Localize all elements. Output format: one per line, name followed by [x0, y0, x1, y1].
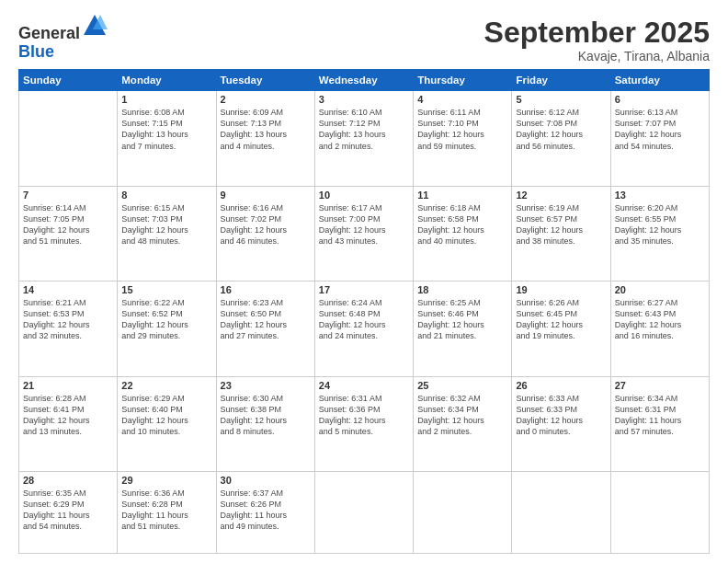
day-cell: 7Sunrise: 6:14 AMSunset: 7:05 PMDaylight… — [19, 186, 118, 281]
day-cell: 17Sunrise: 6:24 AMSunset: 6:48 PMDayligh… — [314, 282, 413, 376]
day-number: 9 — [221, 190, 311, 201]
logo-general-text: General — [18, 24, 80, 42]
day-cell: 25Sunrise: 6:32 AMSunset: 6:34 PMDayligh… — [414, 376, 512, 471]
month-title: September 2025 — [484, 17, 710, 49]
day-info: Sunrise: 6:22 AMSunset: 6:52 PMDaylight:… — [121, 297, 211, 342]
day-info: Sunrise: 6:08 AMSunset: 7:15 PMDaylight:… — [121, 107, 211, 152]
day-info: Sunrise: 6:15 AMSunset: 7:03 PMDaylight:… — [121, 202, 211, 247]
day-info: Sunrise: 6:30 AMSunset: 6:38 PMDaylight:… — [221, 393, 311, 438]
week-row-2: 14Sunrise: 6:21 AMSunset: 6:53 PMDayligh… — [19, 282, 710, 376]
day-cell — [512, 471, 610, 553]
day-info: Sunrise: 6:21 AMSunset: 6:53 PMDaylight:… — [23, 297, 113, 342]
day-number: 21 — [23, 380, 113, 391]
day-cell: 2Sunrise: 6:09 AMSunset: 7:13 PMDaylight… — [216, 91, 314, 186]
day-number: 14 — [23, 284, 113, 295]
day-info: Sunrise: 6:31 AMSunset: 6:36 PMDaylight:… — [319, 393, 409, 438]
day-cell: 18Sunrise: 6:25 AMSunset: 6:46 PMDayligh… — [414, 282, 512, 376]
day-number: 6 — [615, 94, 705, 105]
day-number: 5 — [516, 94, 606, 105]
day-info: Sunrise: 6:35 AMSunset: 6:29 PMDaylight:… — [23, 488, 113, 533]
day-info: Sunrise: 6:23 AMSunset: 6:50 PMDaylight:… — [221, 297, 311, 342]
day-number: 11 — [417, 190, 507, 201]
day-info: Sunrise: 6:13 AMSunset: 7:07 PMDaylight:… — [615, 107, 705, 152]
day-number: 22 — [121, 380, 211, 391]
day-info: Sunrise: 6:19 AMSunset: 6:57 PMDaylight:… — [516, 202, 606, 247]
day-cell: 29Sunrise: 6:36 AMSunset: 6:28 PMDayligh… — [118, 471, 216, 553]
day-info: Sunrise: 6:09 AMSunset: 7:13 PMDaylight:… — [221, 107, 311, 152]
day-info: Sunrise: 6:34 AMSunset: 6:31 PMDaylight:… — [615, 393, 705, 438]
day-number: 17 — [319, 284, 409, 295]
day-cell: 23Sunrise: 6:30 AMSunset: 6:38 PMDayligh… — [216, 376, 314, 471]
day-number: 2 — [221, 94, 311, 105]
day-info: Sunrise: 6:16 AMSunset: 7:02 PMDaylight:… — [221, 202, 311, 247]
day-number: 30 — [221, 475, 311, 486]
day-number: 8 — [121, 190, 211, 201]
col-saturday: Saturday — [610, 70, 709, 91]
day-cell: 12Sunrise: 6:19 AMSunset: 6:57 PMDayligh… — [512, 186, 610, 281]
day-cell: 5Sunrise: 6:12 AMSunset: 7:08 PMDaylight… — [512, 91, 610, 186]
day-cell: 30Sunrise: 6:37 AMSunset: 6:26 PMDayligh… — [216, 471, 314, 553]
day-cell — [314, 471, 413, 553]
week-row-3: 21Sunrise: 6:28 AMSunset: 6:41 PMDayligh… — [19, 376, 710, 471]
day-cell — [414, 471, 512, 553]
day-cell: 11Sunrise: 6:18 AMSunset: 6:58 PMDayligh… — [414, 186, 512, 281]
day-cell: 3Sunrise: 6:10 AMSunset: 7:12 PMDaylight… — [314, 91, 413, 186]
day-number: 18 — [417, 284, 507, 295]
day-info: Sunrise: 6:17 AMSunset: 7:00 PMDaylight:… — [319, 202, 409, 247]
day-number: 7 — [23, 190, 113, 201]
day-info: Sunrise: 6:29 AMSunset: 6:40 PMDaylight:… — [121, 393, 211, 438]
day-number: 27 — [615, 380, 705, 391]
day-cell: 16Sunrise: 6:23 AMSunset: 6:50 PMDayligh… — [216, 282, 314, 376]
day-cell: 15Sunrise: 6:22 AMSunset: 6:52 PMDayligh… — [118, 282, 216, 376]
logo: General Blue — [18, 17, 108, 62]
col-thursday: Thursday — [414, 70, 512, 91]
calendar-table: Sunday Monday Tuesday Wednesday Thursday… — [18, 69, 710, 554]
day-info: Sunrise: 6:14 AMSunset: 7:05 PMDaylight:… — [23, 202, 113, 247]
day-number: 1 — [121, 94, 211, 105]
week-row-4: 28Sunrise: 6:35 AMSunset: 6:29 PMDayligh… — [19, 471, 710, 553]
header-row: Sunday Monday Tuesday Wednesday Thursday… — [19, 70, 710, 91]
day-number: 13 — [615, 190, 705, 201]
title-block: September 2025 Kavaje, Tirana, Albania — [484, 17, 710, 63]
day-cell: 1Sunrise: 6:08 AMSunset: 7:15 PMDaylight… — [118, 91, 216, 186]
logo-blue-text: Blue — [18, 42, 54, 61]
day-number: 4 — [417, 94, 507, 105]
day-number: 26 — [516, 380, 606, 391]
day-cell: 20Sunrise: 6:27 AMSunset: 6:43 PMDayligh… — [610, 282, 709, 376]
day-number: 28 — [23, 475, 113, 486]
day-info: Sunrise: 6:32 AMSunset: 6:34 PMDaylight:… — [417, 393, 507, 438]
day-cell: 21Sunrise: 6:28 AMSunset: 6:41 PMDayligh… — [19, 376, 118, 471]
day-cell: 27Sunrise: 6:34 AMSunset: 6:31 PMDayligh… — [610, 376, 709, 471]
col-friday: Friday — [512, 70, 610, 91]
day-number: 10 — [319, 190, 409, 201]
day-info: Sunrise: 6:25 AMSunset: 6:46 PMDaylight:… — [417, 297, 507, 342]
col-monday: Monday — [118, 70, 216, 91]
day-cell: 9Sunrise: 6:16 AMSunset: 7:02 PMDaylight… — [216, 186, 314, 281]
col-sunday: Sunday — [19, 70, 118, 91]
day-info: Sunrise: 6:18 AMSunset: 6:58 PMDaylight:… — [417, 202, 507, 247]
day-number: 19 — [516, 284, 606, 295]
header: General Blue September 2025 Kavaje, Tira… — [18, 17, 710, 63]
col-tuesday: Tuesday — [216, 70, 314, 91]
day-info: Sunrise: 6:10 AMSunset: 7:12 PMDaylight:… — [319, 107, 409, 152]
day-info: Sunrise: 6:27 AMSunset: 6:43 PMDaylight:… — [615, 297, 705, 342]
logo-icon — [82, 13, 108, 39]
day-cell: 10Sunrise: 6:17 AMSunset: 7:00 PMDayligh… — [314, 186, 413, 281]
day-info: Sunrise: 6:26 AMSunset: 6:45 PMDaylight:… — [516, 297, 606, 342]
day-cell: 26Sunrise: 6:33 AMSunset: 6:33 PMDayligh… — [512, 376, 610, 471]
day-info: Sunrise: 6:24 AMSunset: 6:48 PMDaylight:… — [319, 297, 409, 342]
day-number: 25 — [417, 380, 507, 391]
day-cell: 22Sunrise: 6:29 AMSunset: 6:40 PMDayligh… — [118, 376, 216, 471]
col-wednesday: Wednesday — [314, 70, 413, 91]
day-cell: 13Sunrise: 6:20 AMSunset: 6:55 PMDayligh… — [610, 186, 709, 281]
day-info: Sunrise: 6:33 AMSunset: 6:33 PMDaylight:… — [516, 393, 606, 438]
day-info: Sunrise: 6:28 AMSunset: 6:41 PMDaylight:… — [23, 393, 113, 438]
day-number: 12 — [516, 190, 606, 201]
day-number: 24 — [319, 380, 409, 391]
day-number: 16 — [221, 284, 311, 295]
week-row-1: 7Sunrise: 6:14 AMSunset: 7:05 PMDaylight… — [19, 186, 710, 281]
day-cell — [19, 91, 118, 186]
day-info: Sunrise: 6:11 AMSunset: 7:10 PMDaylight:… — [417, 107, 507, 152]
day-info: Sunrise: 6:20 AMSunset: 6:55 PMDaylight:… — [615, 202, 705, 247]
day-info: Sunrise: 6:37 AMSunset: 6:26 PMDaylight:… — [221, 488, 311, 533]
